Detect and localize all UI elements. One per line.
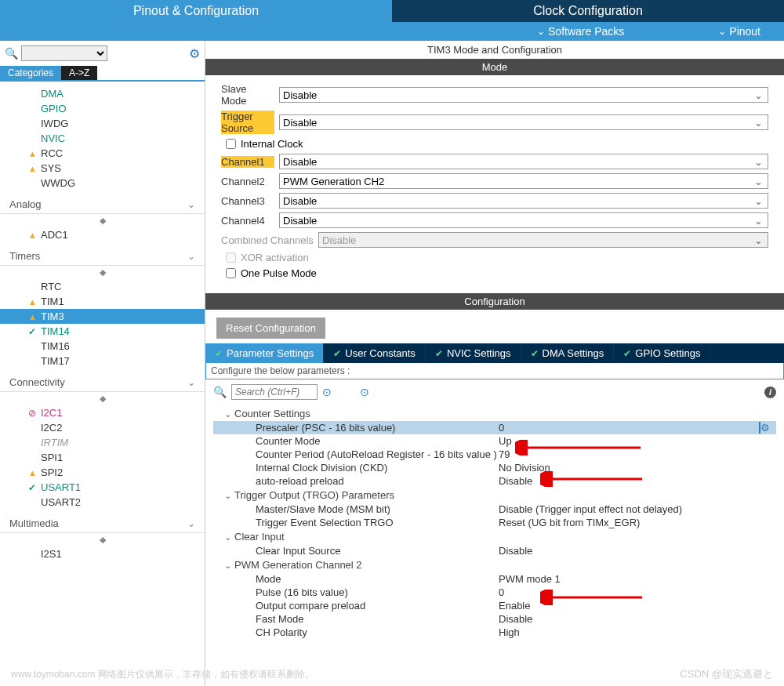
channel2-select[interactable]: PWM Generation CH2: [279, 173, 768, 189]
param-row[interactable]: ModePWM mode 1: [213, 572, 776, 586]
tree-item[interactable]: TIM16: [0, 339, 205, 354]
block-icon: ⊘: [28, 408, 38, 419]
warning-icon: ▲: [28, 468, 38, 477]
combined-channels-label: Combined Channels: [221, 234, 314, 246]
tree-item[interactable]: ⊘I2C1: [0, 405, 205, 420]
slave-mode-select[interactable]: Disable: [279, 87, 768, 103]
warning-icon: ▲: [28, 149, 38, 158]
tab-dma-settings[interactable]: ✔DMA Settings: [521, 343, 615, 363]
param-search-input[interactable]: [231, 384, 318, 400]
trigger-source-label: Trigger Source: [221, 111, 274, 134]
param-row-prescaler[interactable]: Prescaler (PSC - 16 bits value)0⚙: [213, 421, 776, 434]
tab-parameter-settings[interactable]: ✔Parameter Settings: [205, 343, 324, 363]
tree-item[interactable]: GPIO: [0, 101, 205, 116]
tab-gpio-settings[interactable]: ✔GPIO Settings: [614, 343, 710, 363]
tab-categories[interactable]: Categories: [0, 66, 61, 80]
tree-item[interactable]: ✓TIM14: [0, 324, 205, 339]
tree-item[interactable]: ▲RCC: [0, 146, 205, 161]
group-trgo[interactable]: Trigger Output (TRGO) Parameters: [213, 488, 776, 503]
tree-item[interactable]: ▲SPI2: [0, 465, 205, 480]
tree-item[interactable]: DMA: [0, 86, 205, 101]
tree-item[interactable]: ▲SYS: [0, 161, 205, 176]
gear-icon[interactable]: ⚙: [760, 422, 776, 434]
tree-item[interactable]: NVIC: [0, 131, 205, 146]
tab-az[interactable]: A->Z: [61, 66, 97, 80]
tree-item[interactable]: SPI1: [0, 450, 205, 465]
tree-item[interactable]: ▲ADC1: [0, 227, 205, 242]
warning-icon: ▲: [28, 297, 38, 307]
software-packs-dropdown[interactable]: ⌄Software Packs: [537, 25, 624, 38]
panel-title: TIM3 Mode and Configuration: [205, 41, 784, 59]
param-row[interactable]: Internal Clock Division (CKD)No Division: [213, 461, 776, 474]
right-panel: TIM3 Mode and Configuration Mode Slave M…: [205, 41, 784, 686]
sort-icon[interactable]: ◆: [0, 533, 205, 546]
param-row[interactable]: auto-reload preloadDisable: [213, 474, 776, 488]
internal-clock-checkbox[interactable]: [226, 139, 236, 149]
tree-item[interactable]: I2S1: [0, 546, 205, 561]
top-tabs: Pinout & Configuration Clock Configurati…: [0, 0, 784, 22]
search-icon: 🔍: [5, 47, 18, 60]
tree-header-timers[interactable]: Timers⌄: [0, 247, 205, 266]
channel1-select[interactable]: Disable: [279, 154, 768, 169]
tree-header-multimedia[interactable]: Multimedia⌄: [0, 514, 205, 533]
group-counter-settings[interactable]: Counter Settings: [213, 406, 776, 421]
pinout-dropdown[interactable]: ⌄Pinout: [718, 25, 760, 38]
prev-icon[interactable]: ⊙: [322, 386, 332, 398]
check-icon: ✓: [28, 482, 38, 493]
tree-item[interactable]: I2C2: [0, 420, 205, 435]
param-row[interactable]: Fast ModeDisable: [213, 612, 776, 626]
search-dropdown[interactable]: [21, 45, 107, 61]
param-row[interactable]: Counter Period (AutoReload Register - 16…: [213, 448, 776, 461]
tree-item[interactable]: TIM17: [0, 354, 205, 368]
param-row[interactable]: CH PolarityHigh: [213, 626, 776, 639]
tab-pinout-config[interactable]: Pinout & Configuration: [0, 0, 392, 22]
tree-header-analog[interactable]: Analog⌄: [0, 195, 205, 214]
channel1-label: Channel1: [221, 156, 274, 168]
param-tree: Counter Settings Prescaler (PSC - 16 bit…: [205, 405, 784, 641]
sub-bar: ⌄Software Packs ⌄Pinout: [0, 22, 784, 41]
tree-header-connectivity[interactable]: Connectivity⌄: [0, 373, 205, 392]
mode-header: Mode: [205, 59, 784, 75]
info-icon[interactable]: i: [764, 387, 776, 398]
param-row[interactable]: Pulse (16 bits value)0: [213, 586, 776, 599]
check-icon: ✔: [623, 348, 631, 359]
one-pulse-checkbox[interactable]: [226, 268, 236, 278]
tab-nvic-settings[interactable]: ✔NVIC Settings: [426, 343, 521, 363]
gear-icon[interactable]: ⚙: [189, 46, 200, 61]
tree-item[interactable]: IRTIM: [0, 435, 205, 450]
tree-item[interactable]: USART2: [0, 495, 205, 510]
tab-clock-config[interactable]: Clock Configuration: [392, 0, 784, 22]
warning-icon: ▲: [28, 312, 38, 321]
left-panel: 🔍 ⚙ Categories A->Z DMA GPIO IWDG NVIC ▲…: [0, 41, 205, 686]
param-row[interactable]: Trigger Event Selection TRGOReset (UG bi…: [213, 516, 776, 529]
tree-item[interactable]: ✓USART1: [0, 480, 205, 495]
channel2-label: Channel2: [221, 176, 274, 187]
reset-configuration-button[interactable]: Reset Configuration: [216, 318, 325, 339]
search-icon: 🔍: [213, 386, 227, 398]
param-row[interactable]: Master/Slave Mode (MSM bit)Disable (Trig…: [213, 503, 776, 516]
sort-icon[interactable]: ◆: [0, 214, 205, 227]
next-icon[interactable]: ⊙: [360, 386, 369, 398]
tab-user-constants[interactable]: ✔User Constants: [324, 343, 426, 363]
param-row[interactable]: Output compare preloadEnable: [213, 599, 776, 612]
chevron-down-icon: ⌄: [187, 199, 195, 210]
warning-icon: ▲: [28, 230, 38, 240]
tree-item[interactable]: RTC: [0, 279, 205, 294]
config-header: Configuration: [205, 293, 784, 310]
config-tabs: ✔Parameter Settings ✔User Constants ✔NVI…: [205, 343, 784, 363]
sort-icon[interactable]: ◆: [0, 392, 205, 405]
tree-item[interactable]: ▲TIM1: [0, 294, 205, 309]
sort-icon[interactable]: ◆: [0, 266, 205, 279]
group-clear-input[interactable]: Clear Input: [213, 529, 776, 544]
channel4-select[interactable]: Disable: [279, 212, 768, 228]
tree-item[interactable]: WWDG: [0, 176, 205, 191]
param-row[interactable]: Counter ModeUp: [213, 434, 776, 448]
group-pwm-ch2[interactable]: PWM Generation Channel 2: [213, 557, 776, 572]
xor-label: XOR activation: [241, 252, 309, 263]
chevron-down-icon: ⌄: [187, 518, 195, 529]
tree-item[interactable]: IWDG: [0, 116, 205, 131]
trigger-source-select[interactable]: Disable: [279, 114, 768, 130]
tree-item-selected[interactable]: ▲TIM3: [0, 309, 205, 324]
param-row[interactable]: Clear Input SourceDisable: [213, 544, 776, 557]
channel3-select[interactable]: Disable: [279, 193, 768, 209]
